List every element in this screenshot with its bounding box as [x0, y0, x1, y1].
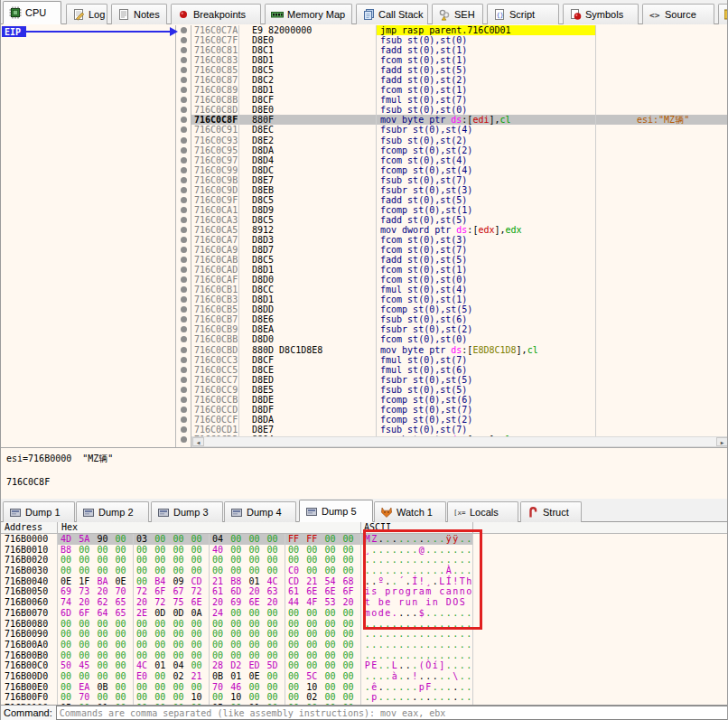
dump-byte[interactable]: 00 [306, 545, 324, 556]
dump-byte[interactable]: 00 [343, 682, 361, 693]
dump-byte[interactable]: 00 [306, 640, 324, 650]
dump-byte[interactable]: 00 [116, 619, 134, 630]
dump-byte[interactable]: 00 [343, 608, 361, 619]
dump-byte[interactable]: 5A [79, 534, 97, 545]
disasm-row[interactable]: 716C0CBD880D D8C1D8E8mov byte ptr ds:[E8… [191, 345, 728, 355]
dump-byte[interactable]: E0 [136, 671, 154, 682]
disasm-row[interactable]: 716C0C9DD8EBfsubr st(0),st(3) [191, 185, 728, 195]
dump-byte[interactable]: 00 [248, 629, 266, 640]
dump-byte[interactable]: 2E [136, 608, 154, 619]
dump-row[interactable]: 716B00400E1FBA0E00B409CD21B8014CCD215468… [1, 576, 728, 587]
dump-byte[interactable]: 21 [306, 576, 324, 587]
dump-byte[interactable]: 02 [173, 671, 191, 682]
disasm-row[interactable]: 716C0C95D8DAfcomp st(0),st(2) [191, 145, 728, 155]
gutter-row[interactable] [176, 265, 191, 275]
dump-byte[interactable]: 00 [173, 545, 191, 556]
dump-byte[interactable]: 5D [267, 660, 285, 671]
dump-byte[interactable]: 00 [154, 534, 173, 545]
dump-byte[interactable]: 63 [267, 586, 285, 597]
breakpoint-dot[interactable] [181, 97, 187, 103]
gutter-row[interactable] [176, 395, 191, 405]
disasm-row[interactable]: 716C0C85D8C5fadd st(0),st(5) [191, 65, 728, 75]
dump-byte[interactable]: 00 [116, 692, 134, 703]
dump-byte[interactable]: 01 [230, 671, 248, 682]
dump-byte[interactable]: 00 [324, 692, 342, 703]
dump-row[interactable]: 716B00706D6F64652E0D0D0A2400000000000000… [1, 608, 728, 619]
gutter-row[interactable] [176, 275, 191, 285]
dump-byte[interactable]: 00 [306, 555, 324, 566]
disasm-row[interactable]: 716C0C8F880Fmov byte ptr ds:[edi],clesi:… [191, 115, 728, 125]
dump-byte[interactable]: 00 [97, 619, 115, 630]
disasm-row[interactable]: 716C0C9FD8C5fadd st(0),st(5) [191, 195, 728, 205]
dump-byte[interactable]: 00 [173, 650, 191, 661]
dump-byte[interactable]: 74 [61, 597, 79, 608]
dump-byte[interactable]: 00 [324, 619, 342, 630]
breakpoint-dot[interactable] [181, 247, 187, 253]
breakpoint-dot[interactable] [181, 77, 187, 83]
dump-byte[interactable]: 00 [191, 566, 210, 576]
dump-byte[interactable]: 00 [212, 619, 230, 630]
disasm-row[interactable]: 716C0CADD8D1fcom st(0),st(1) [191, 265, 728, 275]
dump-byte[interactable]: 61 [288, 586, 306, 597]
dump-byte[interactable]: 00 [248, 555, 266, 566]
breakpoint-dot[interactable] [181, 126, 187, 133]
breakpoint-dot[interactable] [181, 266, 187, 273]
disasm-row[interactable]: 716C0C89D8D1fcom st(0),st(1) [191, 85, 728, 95]
dump-byte[interactable]: 00 [154, 650, 173, 661]
command-input[interactable] [56, 706, 728, 720]
tab-watch-1[interactable]: Watch 1 [374, 501, 446, 522]
dump-byte[interactable]: 00 [136, 650, 154, 661]
disasm-row[interactable]: 716C0C91D8ECfsubr st(0),st(4) [191, 125, 728, 135]
dump-byte[interactable]: 00 [154, 692, 173, 703]
dump-byte[interactable]: 00 [173, 629, 191, 640]
dump-byte[interactable]: 6F [154, 586, 173, 597]
hex-dump-view[interactable]: Address Hex ASCII 716B00004D5A9000030000… [1, 522, 728, 705]
dump-byte[interactable]: 00 [79, 566, 97, 576]
gutter-row[interactable] [176, 65, 191, 75]
gutter-row[interactable] [176, 245, 191, 255]
scroll-left-button[interactable]: ◀ [192, 437, 204, 446]
dump-row[interactable]: 716B00D000000000E00002210B010E00005C0000… [1, 671, 728, 682]
dump-byte[interactable]: 04 [173, 660, 191, 671]
dump-byte[interactable]: 00 [116, 671, 134, 682]
dump-byte[interactable]: 00 [154, 619, 173, 630]
dump-byte[interactable]: 75 [173, 597, 191, 608]
dump-byte[interactable]: 00 [288, 671, 306, 682]
dump-byte[interactable]: 00 [288, 650, 306, 661]
dump-byte[interactable]: 00 [154, 640, 173, 650]
tab-partial[interactable] [718, 4, 728, 24]
dump-byte[interactable]: 00 [267, 692, 285, 703]
tab-dump-4[interactable]: Dump 4 [224, 501, 296, 522]
dump-byte[interactable]: 00 [288, 608, 306, 619]
dump-row[interactable]: 716B0030000000000000000000000000C0000000… [1, 566, 728, 576]
dump-byte[interactable]: 00 [288, 640, 306, 650]
breakpoint-dot[interactable] [181, 416, 187, 423]
disasm-row[interactable]: 716C0CCDD8DFfcomp st(0),st(7) [191, 405, 728, 415]
dump-byte[interactable]: 10 [191, 692, 210, 703]
breakpoint-dot[interactable] [181, 336, 187, 342]
dump-byte[interactable]: 00 [267, 566, 285, 576]
breakpoint-dot[interactable] [181, 257, 187, 263]
dump-byte[interactable]: 20 [248, 586, 266, 597]
dump-byte[interactable]: D2 [230, 660, 248, 671]
disasm-row[interactable]: 716C0C7AE9 82000000jmp rasp_parent.716C0… [191, 25, 728, 35]
dump-byte[interactable]: 00 [61, 682, 79, 693]
dump-byte[interactable]: 0E [116, 576, 134, 587]
breakpoint-dot[interactable] [181, 286, 187, 293]
dump-byte[interactable]: 00 [267, 619, 285, 630]
dump-byte[interactable]: 00 [230, 650, 248, 661]
dump-byte[interactable]: 6D [61, 608, 79, 619]
disasm-row[interactable]: 716C0C9BD8E7fsub st(0),st(7) [191, 175, 728, 185]
dump-byte[interactable]: 00 [324, 629, 342, 640]
tab-dump-2[interactable]: Dump 2 [76, 501, 149, 522]
dump-byte[interactable]: 00 [97, 671, 115, 682]
breakpoint-gutter[interactable] [176, 25, 191, 447]
disasm-row[interactable]: 716C0CB1D8CCfmul st(0),st(4) [191, 285, 728, 295]
dump-byte[interactable]: 62 [97, 597, 115, 608]
gutter-row[interactable] [176, 155, 191, 165]
gutter-row[interactable] [176, 385, 191, 395]
dump-byte[interactable]: 00 [116, 660, 134, 671]
dump-row[interactable]: 716B005069732070726F6772616D2063616E6E6F… [1, 586, 728, 597]
dump-byte[interactable]: 09 [173, 576, 191, 587]
breakpoint-dot[interactable] [181, 117, 187, 123]
